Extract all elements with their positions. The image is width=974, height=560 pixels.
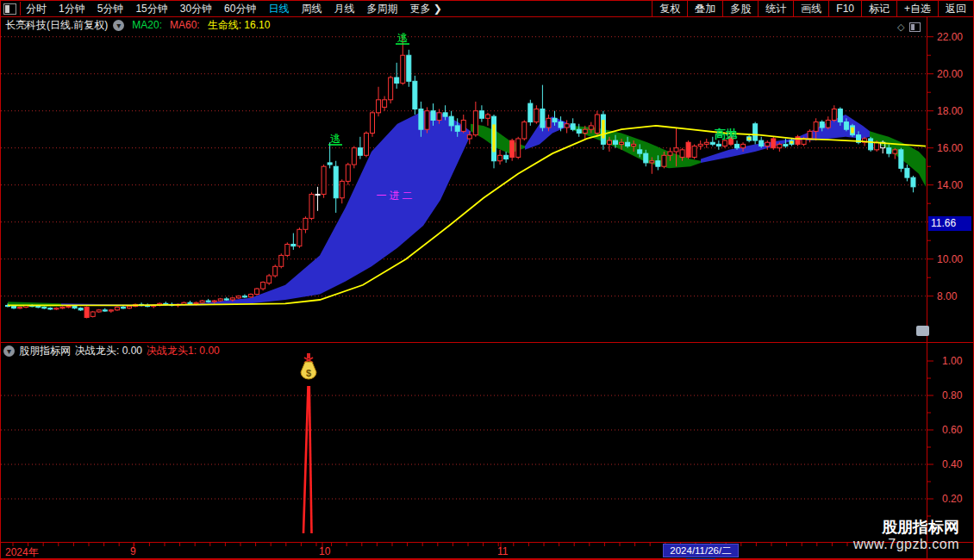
time-axis-label: 11 [497, 545, 508, 557]
chart-canvas: 逃逃一进二高抛 $ [1, 1, 974, 560]
indicator-value-2: 决战龙头1: 0.00 [147, 344, 220, 358]
toolbar-action-画线[interactable]: 画线 [793, 1, 828, 16]
candlestick-series [6, 35, 915, 319]
lifeline-ma [8, 126, 926, 306]
indicator-value-1: 决战龙头: 0.00 [75, 344, 142, 358]
toolbar-action-复权[interactable]: 复权 [652, 1, 687, 16]
period-tab-60分钟[interactable]: 60分钟 [224, 2, 256, 16]
indicator-axis-label: 0.20 [942, 493, 962, 505]
toolbar-action-+自选[interactable]: +自选 [896, 1, 938, 16]
svg-text:高抛: 高抛 [715, 128, 738, 140]
toolbar-action-多股[interactable]: 多股 [722, 1, 758, 16]
svg-text:一进二: 一进二 [377, 190, 415, 202]
pane-handle-icon[interactable] [916, 326, 929, 336]
toolbar-action-标记[interactable]: 标记 [861, 1, 896, 16]
period-tab-日线[interactable]: 日线 [268, 2, 289, 16]
toolbar-action-返回[interactable]: 返回 [938, 1, 973, 16]
svg-text:逃: 逃 [330, 133, 340, 145]
legend-lifeline: 生命线: 16.10 [208, 18, 271, 33]
period-tab-5分钟[interactable]: 5分钟 [97, 2, 124, 16]
indicator-axis-label: 0.80 [942, 389, 962, 401]
last-price-tag: 11.66 [928, 216, 971, 231]
price-label: 16.00 [937, 142, 963, 154]
legend-ma60: MA60: [170, 19, 200, 31]
date-tag: 2024/11/26/二 [663, 544, 739, 557]
watermark-url: www.7gpzb.com [853, 538, 959, 551]
money-bag-icon: $ [301, 353, 316, 379]
chevron-down-circle-icon[interactable]: ▾ [113, 20, 124, 31]
time-axis-label: 9 [130, 545, 136, 557]
time-axis-label: 2024年 [5, 545, 39, 560]
diamond-icon[interactable]: ◇ [897, 22, 904, 33]
period-tab-15分钟[interactable]: 15分钟 [135, 2, 167, 16]
time-axis-label: 10 [319, 545, 330, 557]
svg-text:逃: 逃 [397, 32, 408, 44]
price-label: 8.00 [937, 290, 957, 302]
period-tab-分时[interactable]: 分时 [26, 2, 47, 16]
period-tab-更多 ❯[interactable]: 更多 ❯ [409, 2, 441, 16]
svg-text:$: $ [306, 368, 311, 378]
price-label: 14.00 [937, 179, 963, 191]
toolbar-action-叠加[interactable]: 叠加 [687, 1, 722, 16]
top-toolbar: 分时1分钟5分钟15分钟30分钟60分钟日线周线月线多周期更多 ❯ 复权叠加多股… [1, 1, 973, 17]
window-layout-icon[interactable] [3, 3, 16, 15]
toolbar-action-统计[interactable]: 统计 [758, 1, 793, 16]
period-tab-多周期[interactable]: 多周期 [366, 2, 397, 16]
chart-corner-icons: ◇ [897, 22, 921, 33]
toolbar-action-F10[interactable]: F10 [828, 1, 861, 16]
chevron-down-circle-icon[interactable]: ▾ [3, 345, 15, 357]
main-chart-header: 长亮科技(日线.前复权) ▾ MA20: MA60: 生命线: 16.10 [1, 18, 270, 32]
watermark-brand: 股朋指标网 [882, 520, 959, 535]
legend-ma20: MA20: [132, 19, 162, 31]
toolbar-actions: 复权叠加多股统计画线F10标记+自选返回 [652, 1, 973, 16]
price-label: 10.00 [937, 253, 963, 265]
ma-ribbon [8, 111, 926, 308]
stock-title: 长亮科技(日线.前复权) [5, 18, 108, 33]
period-tab-30分钟[interactable]: 30分钟 [180, 2, 212, 16]
period-tab-周线[interactable]: 周线 [301, 2, 322, 16]
panel-borders [1, 17, 974, 560]
indicator-source: 股朋指标网 [19, 344, 71, 358]
indicator-axis-label: 0.40 [942, 458, 962, 470]
indicator-axis-label: 1.00 [942, 355, 962, 367]
price-label: 22.00 [937, 31, 963, 43]
period-tab-月线[interactable]: 月线 [334, 2, 354, 16]
period-tab-1分钟[interactable]: 1分钟 [59, 2, 85, 16]
buy-signal-spike [303, 386, 312, 533]
indicator-axis-label: 0.60 [942, 424, 962, 436]
sub-chart-header: ▾ 股朋指标网 决战龙头: 0.00 决战龙头1: 0.00 [1, 345, 220, 358]
price-label: 20.00 [937, 68, 963, 80]
toolbar-divider [20, 2, 21, 16]
app-window: 分时1分钟5分钟15分钟30分钟60分钟日线周线月线多周期更多 ❯ 复权叠加多股… [0, 0, 974, 560]
panel-icon[interactable] [909, 22, 921, 32]
period-tabs: 分时1分钟5分钟15分钟30分钟60分钟日线周线月线多周期更多 ❯ [26, 2, 442, 16]
price-label: 18.00 [937, 105, 963, 117]
